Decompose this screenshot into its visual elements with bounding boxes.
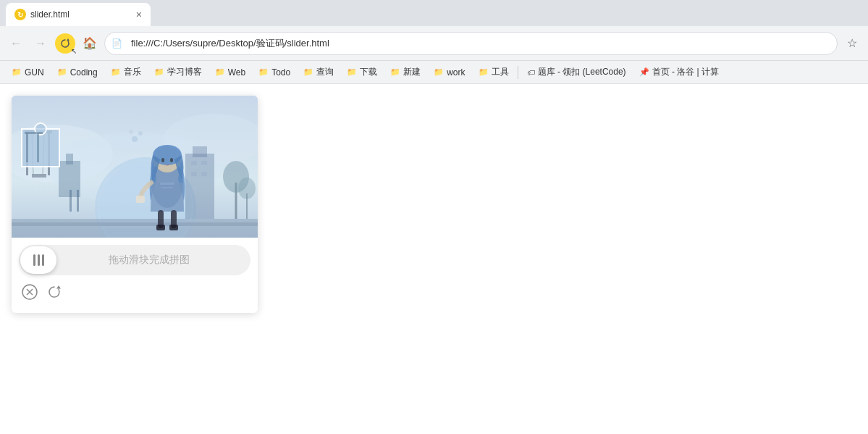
svg-rect-34: [160, 183, 174, 185]
bookmark-new[interactable]: 📁 新建: [384, 64, 426, 80]
bookmark-label: 查询: [316, 66, 334, 78]
bookmark-tools[interactable]: 📁 工具: [473, 64, 515, 80]
svg-rect-8: [32, 174, 46, 178]
bookmarks-bar: 📁 GUN 📁 Coding 📁 音乐 📁 学习博客 📁 Web 📁 Todo …: [0, 61, 868, 84]
bookmark-label: Web: [228, 67, 245, 78]
folder-icon: 📁: [154, 67, 164, 77]
slider-line-2: [38, 254, 40, 266]
bookmark-label: 学习博客: [167, 66, 202, 78]
active-tab[interactable]: ↻ slider.html ×: [6, 3, 151, 26]
forward-button[interactable]: →: [30, 33, 51, 54]
svg-rect-24: [201, 172, 207, 176]
folder-icon: 📁: [390, 67, 400, 77]
bookmark-label: 题库 - 领扣 (LeetCode): [538, 66, 626, 78]
slider-handle[interactable]: [20, 246, 56, 274]
tab-close-button[interactable]: ×: [136, 9, 142, 20]
bookmark-label: GUN: [25, 67, 44, 78]
browser-window: ↻ slider.html × ← → ↖ 🏠 📄 ☆ 📁 GUN: [0, 0, 868, 434]
back-button[interactable]: ←: [6, 33, 26, 54]
bookmark-gun[interactable]: 📁 GUN: [6, 65, 50, 80]
captcha-background-image: [12, 96, 258, 238]
svg-rect-21: [191, 161, 197, 165]
tab-bar: ↻ slider.html ×: [0, 0, 868, 26]
svg-rect-22: [201, 161, 207, 165]
svg-point-42: [138, 131, 143, 135]
svg-rect-49: [37, 133, 39, 162]
address-page-icon: 📄: [111, 38, 122, 49]
folder-icon: 📁: [258, 67, 269, 77]
svg-rect-38: [156, 225, 165, 230]
svg-point-32: [161, 158, 164, 162]
svg-rect-14: [77, 190, 79, 212]
svg-point-28: [238, 178, 256, 199]
folder-icon: 📁: [215, 67, 225, 77]
home-button[interactable]: 🏠: [80, 33, 100, 54]
svg-point-41: [132, 136, 138, 142]
folder-icon: 📁: [111, 67, 121, 77]
captcha-close-button[interactable]: [20, 283, 39, 301]
bookmark-label: work: [447, 67, 465, 78]
bookmark-label: 新建: [403, 66, 421, 78]
bookmark-web[interactable]: 📁 Web: [209, 65, 251, 80]
tab-title: slider.html: [30, 9, 132, 20]
svg-rect-17: [12, 219, 258, 238]
slider-handle-lines: [33, 254, 44, 266]
svg-point-43: [129, 130, 133, 134]
bookmark-star-button[interactable]: ☆: [842, 33, 862, 54]
pin-icon: 📌: [639, 67, 649, 77]
tag-icon: 🏷: [527, 68, 535, 77]
tab-favicon: ↻: [14, 9, 26, 20]
bookmark-coding[interactable]: 📁 Coding: [51, 65, 104, 80]
folder-icon: 📁: [303, 67, 313, 77]
bookmark-leetcode[interactable]: 🏷 题库 - 领扣 (LeetCode): [521, 64, 632, 80]
bookmark-query[interactable]: 📁 查询: [298, 64, 340, 80]
slider-line-1: [33, 254, 35, 266]
slider-line-3: [42, 254, 44, 266]
svg-point-33: [170, 158, 173, 162]
svg-rect-23: [191, 172, 197, 176]
address-input[interactable]: [104, 32, 838, 55]
bookmark-label: 工具: [492, 66, 509, 78]
folder-icon: 📁: [434, 67, 444, 77]
slider-bottom-controls: [12, 275, 258, 301]
folder-icon: 📁: [347, 67, 357, 77]
captcha-refresh-button[interactable]: [45, 283, 64, 301]
svg-marker-54: [56, 285, 61, 289]
folder-icon: 📁: [12, 67, 22, 77]
bookmark-label: Todo: [271, 67, 290, 78]
slider-captcha-widget: 拖动滑块完成拼图: [12, 96, 258, 313]
svg-rect-19: [185, 154, 214, 219]
bookmark-work[interactable]: 📁 work: [428, 65, 471, 80]
captcha-image-container: [12, 96, 258, 238]
svg-rect-48: [26, 133, 28, 162]
slider-track-area: 拖动滑块完成拼图: [12, 238, 258, 275]
svg-rect-18: [12, 222, 258, 226]
svg-rect-50: [25, 132, 43, 134]
bookmark-separator: [518, 66, 518, 79]
bookmark-music[interactable]: 📁 音乐: [105, 64, 147, 80]
close-circle-icon: [22, 284, 38, 300]
slider-track[interactable]: 拖动滑块完成拼图: [19, 245, 250, 275]
bookmark-download[interactable]: 📁 下载: [341, 64, 383, 80]
svg-rect-39: [169, 225, 178, 230]
bookmark-label: 下载: [360, 66, 377, 78]
reload-icon: [60, 38, 70, 49]
svg-rect-20: [193, 146, 207, 157]
page-content: 拖动滑块完成拼图: [0, 84, 868, 434]
bookmark-luogu[interactable]: 📌 首页 - 洛谷 | 计算: [633, 64, 725, 80]
bookmark-todo[interactable]: 📁 Todo: [253, 65, 296, 80]
folder-icon: 📁: [57, 67, 67, 77]
address-wrapper: 📄: [104, 32, 838, 55]
bookmark-blog[interactable]: 📁 学习博客: [148, 64, 208, 80]
bookmark-label: Coding: [70, 67, 98, 78]
svg-rect-13: [69, 190, 72, 212]
reload-button[interactable]: ↖: [55, 33, 75, 54]
bookmark-label: 音乐: [124, 66, 141, 78]
svg-rect-40: [136, 196, 145, 203]
svg-rect-12: [66, 154, 73, 164]
svg-rect-35: [161, 187, 173, 188]
folder-icon: 📁: [479, 67, 489, 77]
refresh-icon: [46, 284, 62, 300]
svg-marker-0: [67, 38, 69, 41]
bookmark-label: 首页 - 洛谷 | 计算: [652, 66, 719, 78]
